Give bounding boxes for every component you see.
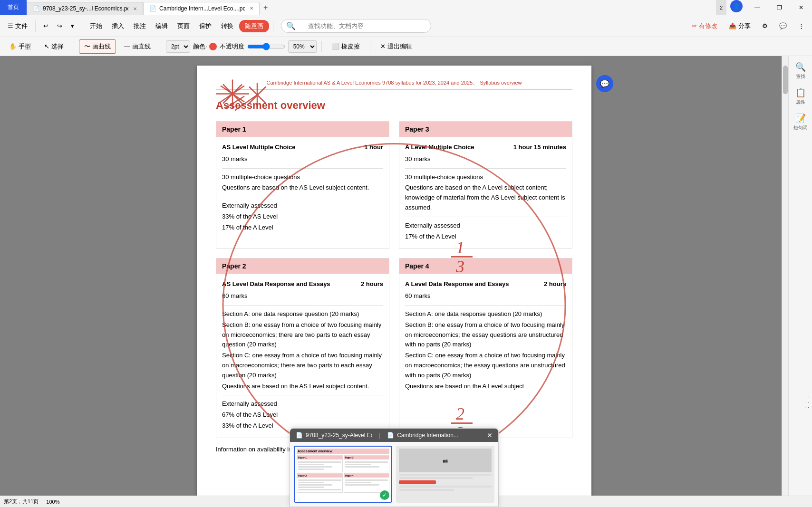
search-input[interactable] xyxy=(302,20,426,31)
minimize-button[interactable]: — xyxy=(746,0,768,15)
draw-sep-1 xyxy=(74,41,74,52)
more-options-button[interactable]: ⋮ xyxy=(794,19,808,34)
line-tool-button[interactable]: — 画直线 xyxy=(119,39,156,54)
menu-button[interactable]: ☰ 文件 xyxy=(4,19,31,34)
eraser-button[interactable]: ⬜ 橡皮擦 xyxy=(327,39,365,54)
protect-button[interactable]: 保护 xyxy=(195,19,215,34)
tab2-label: Cambridge Intern...Level Eco....pdf xyxy=(159,5,245,12)
opacity-select[interactable]: 50% 25% 75% 100% xyxy=(288,40,317,53)
more-icon: ⋮ xyxy=(798,22,804,29)
paper-3-content: A Level Multiple Choice 1 hour 15 minute… xyxy=(399,137,572,248)
vertical-scrollbar[interactable] xyxy=(782,56,788,507)
edit-button[interactable]: 编辑 xyxy=(152,19,172,34)
hand-tool-button[interactable]: ✋ 手型 xyxy=(4,39,36,54)
tooltip-tab2-label: Cambridge Internation... xyxy=(397,432,458,439)
paper-2-detail1: Section A: one data response question (2… xyxy=(222,309,383,319)
paper-3-divider2 xyxy=(405,217,566,217)
paper-1-box: Paper 1 AS Level Multiple Choice 1 hour … xyxy=(216,121,389,249)
color-picker[interactable] xyxy=(209,43,217,50)
comment-notification-button[interactable]: 💬 xyxy=(775,19,791,34)
draw-sep-2 xyxy=(161,41,161,52)
tab-home[interactable]: 首页 xyxy=(0,0,27,15)
page-button[interactable]: 页面 xyxy=(174,19,193,34)
thumb2-line1 xyxy=(399,474,492,476)
paper-4-title-row: A Level Data Response and Essays 2 hours xyxy=(405,279,566,289)
tooltip-tab-2[interactable]: 📷 xyxy=(396,446,494,503)
tab-container: 首页 📄 9708_y23-25_sy-...l Economics.pdf ✕… xyxy=(0,0,271,15)
user-avatar[interactable]: 👤 xyxy=(730,0,743,12)
paper-1-pct2: 17% of the A Level xyxy=(222,223,383,233)
undo-button[interactable]: ↩ xyxy=(39,19,52,34)
select-tool-button[interactable]: ↖ 选择 xyxy=(39,39,69,54)
header-section: Syllabus overview xyxy=(480,80,522,86)
tab-pdf2[interactable]: 📄 Cambridge Intern...Level Eco....pdf ✕ xyxy=(143,2,260,15)
search-bar[interactable]: 🔍 xyxy=(281,19,431,33)
thumb1-p2: Paper 2 xyxy=(297,473,343,493)
tooltip-tab-1[interactable]: Assessment overview Paper 1 xyxy=(294,446,392,503)
redo-button[interactable]: ↪ xyxy=(53,19,66,34)
paper-3-marks: 30 marks xyxy=(405,154,566,164)
tab-pdf1[interactable]: 📄 9708_y23-25_sy-...l Economics.pdf ✕ xyxy=(27,2,143,15)
random-draw-button[interactable]: 随意画 xyxy=(239,20,269,32)
right-toolbar-icons: ✏ 有修改 📤 分享 ⚙ 💬 ⋮ xyxy=(688,19,808,34)
insert-button[interactable]: 插入 xyxy=(108,19,128,34)
paper-3-header: Paper 3 xyxy=(399,122,572,137)
paper-1-title: AS Level Multiple Choice xyxy=(222,143,296,153)
thumb2-accent xyxy=(399,480,436,484)
pdf-page-header: Cambridge International AS & A Level Eco… xyxy=(216,80,572,90)
opacity-group: 不透明度 50% 25% 75% 100% xyxy=(220,40,317,53)
share-button[interactable]: 📤 分享 xyxy=(725,19,754,34)
kaishi-button[interactable]: 开始 xyxy=(86,19,106,34)
thumb1-p1: Paper 1 xyxy=(297,455,343,472)
gear-icon: ⚙ xyxy=(762,22,768,29)
tab-number: 2 xyxy=(720,5,723,10)
curve-tool-button[interactable]: 〜 画曲线 xyxy=(79,39,116,54)
close-button[interactable]: ✕ xyxy=(790,0,812,15)
thumb1-p4-bar: Paper 4 xyxy=(344,474,389,478)
phrase-button[interactable]: 📝 短句词 xyxy=(791,111,810,133)
paper-3-detail1: 30 multiple-choice questions xyxy=(405,172,566,182)
floating-action-button[interactable]: 💬 xyxy=(596,75,613,92)
paper-1-externally: Externally assessed xyxy=(222,201,383,211)
papers-grid: Paper 1 AS Level Multiple Choice 1 hour … xyxy=(216,121,572,438)
thumb1-header: Assessment overview xyxy=(297,449,389,454)
opacity-label: 不透明度 xyxy=(220,42,244,51)
tab1-label: 9708_y23-25_sy-...l Economics.pdf xyxy=(43,5,128,12)
floating-icon: 💬 xyxy=(600,79,609,88)
paper-2-detail2: Section B: one essay from a choice of tw… xyxy=(222,320,383,350)
stroke-width-select[interactable]: 2pt 1pt 3pt xyxy=(166,40,190,53)
opacity-slider[interactable] xyxy=(247,43,285,50)
properties-button[interactable]: 📋 属性 xyxy=(791,86,810,107)
window-controls: 2 👤 — ❐ ✕ xyxy=(716,0,812,15)
tab2-close[interactable]: ✕ xyxy=(250,6,253,11)
thumb1-p2-bar: Paper 2 xyxy=(297,474,342,478)
convert-button[interactable]: 转换 xyxy=(217,19,237,34)
new-tab-button[interactable]: + xyxy=(260,0,271,15)
separator-2 xyxy=(82,20,82,32)
hand-icon: ✋ xyxy=(9,43,17,50)
find-button[interactable]: 🔍 查找 xyxy=(791,60,810,82)
more-undo[interactable]: ▾ xyxy=(67,19,78,34)
scrollbar-thumb[interactable] xyxy=(783,66,788,94)
paper-1-detail1: 30 multiple-choice questions xyxy=(222,172,383,182)
tooltip-tab1-label: 9708_y23-25_sy-Alevel Eco... xyxy=(306,432,372,439)
paper-1-duration: 1 hour xyxy=(364,143,383,153)
paper-3-externally: Externally assessed xyxy=(405,221,566,231)
paper-1-divider xyxy=(222,168,383,169)
tab1-close[interactable]: ✕ xyxy=(133,6,137,11)
side-label: ⋮⋮⋮ xyxy=(802,392,812,412)
paper-3-divider xyxy=(405,168,566,169)
comment-button[interactable]: 批注 xyxy=(130,19,150,34)
undo-redo-group: ↩ ↪ ▾ xyxy=(39,19,78,34)
settings-button[interactable]: ⚙ xyxy=(758,19,772,34)
paper-4-detail3: Section C: one essay from a choice of tw… xyxy=(405,351,566,380)
thumb1-p4: Paper 4 xyxy=(344,473,390,493)
paper-4-detail1: Section A: one data response question (2… xyxy=(405,309,566,319)
tooltip-close-button[interactable]: ✕ xyxy=(487,431,493,439)
exit-edit-button[interactable]: ✕ 退出编辑 xyxy=(375,39,417,54)
revision-button[interactable]: ✏ 有修改 xyxy=(688,19,721,34)
tab-counter: 2 xyxy=(716,0,726,15)
eraser-icon: ⬜ xyxy=(332,43,339,50)
pdf-viewer[interactable]: Cambridge International AS & A Level Eco… xyxy=(0,56,788,507)
maximize-button[interactable]: ❐ xyxy=(768,0,790,15)
